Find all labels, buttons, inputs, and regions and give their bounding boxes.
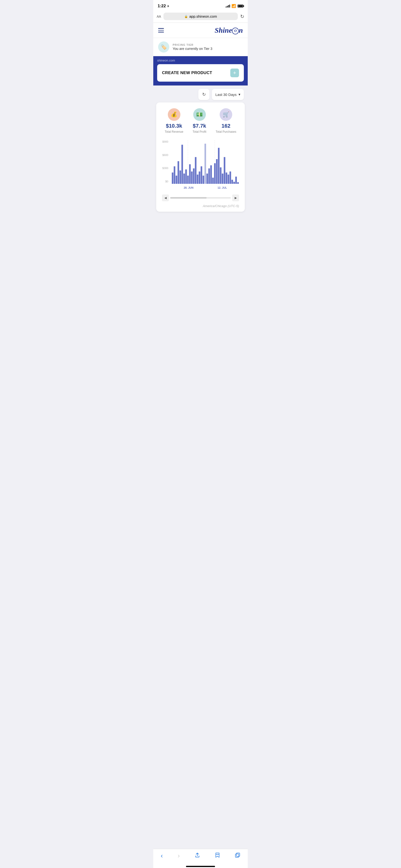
svg-rect-34	[234, 182, 235, 184]
blue-banner: shineon.com CREATE NEW PRODUCT +	[153, 56, 248, 86]
battery-icon	[238, 5, 243, 7]
hamburger-line	[158, 32, 164, 32]
svg-rect-29	[224, 157, 225, 184]
timezone-label: America/Chicago (UTC-5)	[160, 202, 241, 208]
y-label-900: $900	[160, 140, 170, 143]
tag-icon: 🏷️	[161, 44, 167, 50]
revenue-stat: 💰 $10.3k Total Revenue	[165, 108, 183, 133]
profit-icon: 💵	[193, 108, 206, 121]
svg-rect-14	[195, 157, 197, 184]
refresh-icon[interactable]: ↻	[240, 13, 244, 20]
svg-rect-12	[191, 172, 193, 184]
address-bar: AA 🔒 app.shineon.com ↻	[153, 11, 248, 23]
svg-rect-2	[172, 173, 174, 184]
svg-rect-26	[218, 148, 220, 184]
svg-rect-36	[237, 182, 239, 184]
aa-button[interactable]: AA	[157, 14, 161, 19]
create-product-button[interactable]: CREATE NEW PRODUCT +	[157, 64, 244, 82]
share-button[interactable]	[195, 852, 200, 859]
money-bag-icon: 💰	[171, 112, 177, 118]
signal-icon	[226, 5, 230, 7]
pricing-tier-section: 🏷️ PRICING TIER You are currently on Tie…	[153, 38, 248, 56]
svg-rect-11	[189, 164, 191, 184]
tier-value: You are currently on Tier 3	[173, 47, 212, 51]
chart-scrollbar[interactable]: ◀ ▶	[162, 194, 239, 201]
chart-area: $900 $600 $300 $0 28. JUN 12. JUL	[160, 140, 241, 192]
bottom-nav: ‹ ›	[153, 849, 248, 864]
hamburger-line	[158, 28, 164, 29]
banner-domain: shineon.com	[157, 59, 244, 62]
svg-rect-8	[183, 174, 185, 184]
hamburger-menu[interactable]	[158, 28, 164, 32]
revenue-value: $10.3k	[166, 123, 182, 129]
profit-stat: 💵 $7.7k Total Profit	[192, 108, 206, 133]
date-filter-label: Last 30 Days	[215, 93, 237, 97]
tier-label: PRICING TIER	[173, 43, 212, 46]
svg-rect-31	[227, 175, 229, 184]
home-indicator	[153, 864, 248, 868]
purchases-value: 162	[222, 123, 230, 129]
scroll-thumb[interactable]	[170, 197, 207, 198]
scroll-left-arrow[interactable]: ◀	[162, 194, 169, 201]
svg-rect-22	[210, 165, 212, 184]
purchases-icon: 🛒	[220, 108, 232, 121]
svg-rect-17	[201, 166, 203, 184]
svg-rect-30	[226, 173, 227, 184]
bookmarks-button[interactable]	[215, 852, 220, 859]
svg-rect-9	[185, 169, 187, 184]
revenue-icon: 💰	[168, 108, 180, 121]
svg-rect-18	[203, 176, 204, 184]
profit-value: $7.7k	[193, 123, 206, 129]
lock-icon: 🔒	[184, 15, 188, 18]
scroll-right-arrow[interactable]: ▶	[232, 194, 239, 201]
y-label-0: $0	[160, 180, 170, 183]
svg-rect-19	[204, 144, 206, 184]
tabs-button[interactable]	[235, 852, 240, 859]
svg-rect-7	[181, 145, 183, 184]
chart-x-axis: 28. JUN 12. JUL	[172, 185, 239, 191]
svg-rect-24	[214, 163, 216, 184]
svg-rect-28	[222, 174, 223, 184]
y-label-300: $300	[160, 166, 170, 169]
svg-rect-38	[235, 854, 239, 857]
chart-wrapper	[172, 140, 239, 185]
status-bar: 1:22 ✈ 📶	[153, 0, 248, 11]
refresh-button[interactable]: ↻	[198, 89, 210, 100]
chart-y-axis: $900 $600 $300 $0	[160, 140, 170, 183]
purchases-label: Total Purchases	[216, 130, 236, 133]
svg-rect-5	[178, 161, 179, 184]
svg-rect-27	[220, 167, 222, 184]
svg-rect-37	[236, 853, 240, 857]
url-field[interactable]: 🔒 app.shineon.com	[163, 12, 238, 20]
purchases-stat: 🛒 162 Total Purchases	[216, 108, 236, 133]
status-icons: 📶	[226, 4, 243, 8]
svg-rect-35	[235, 177, 237, 184]
url-text: app.shineon.com	[189, 14, 217, 19]
scroll-track[interactable]	[170, 197, 231, 198]
svg-rect-20	[206, 174, 208, 184]
svg-rect-13	[193, 168, 195, 184]
svg-rect-3	[174, 166, 175, 184]
refresh-icon: ↻	[202, 92, 206, 97]
svg-rect-33	[232, 180, 233, 184]
svg-rect-21	[208, 168, 210, 184]
profit-label: Total Profit	[192, 130, 206, 133]
chevron-down-icon: ▾	[239, 92, 241, 97]
create-product-label: CREATE NEW PRODUCT	[162, 70, 212, 75]
svg-rect-15	[197, 175, 198, 184]
x-label-jul: 12. JUL	[217, 186, 227, 189]
status-time: 1:22	[158, 4, 166, 8]
cart-icon: 🛒	[223, 112, 229, 118]
profit-money-icon: 💵	[196, 112, 203, 118]
wifi-icon: 📶	[232, 4, 236, 8]
svg-rect-6	[179, 170, 181, 184]
plus-icon[interactable]: +	[230, 68, 239, 77]
stats-row: 💰 $10.3k Total Revenue 💵 $7.7k Total Pro…	[160, 108, 241, 133]
back-button[interactable]: ‹	[161, 852, 163, 860]
revenue-label: Total Revenue	[165, 130, 183, 133]
date-filter-button[interactable]: Last 30 Days ▾	[212, 89, 244, 100]
svg-rect-25	[216, 159, 218, 184]
forward-button[interactable]: ›	[178, 852, 180, 860]
stats-card: 💰 $10.3k Total Revenue 💵 $7.7k Total Pro…	[156, 102, 245, 212]
svg-rect-4	[176, 176, 177, 184]
